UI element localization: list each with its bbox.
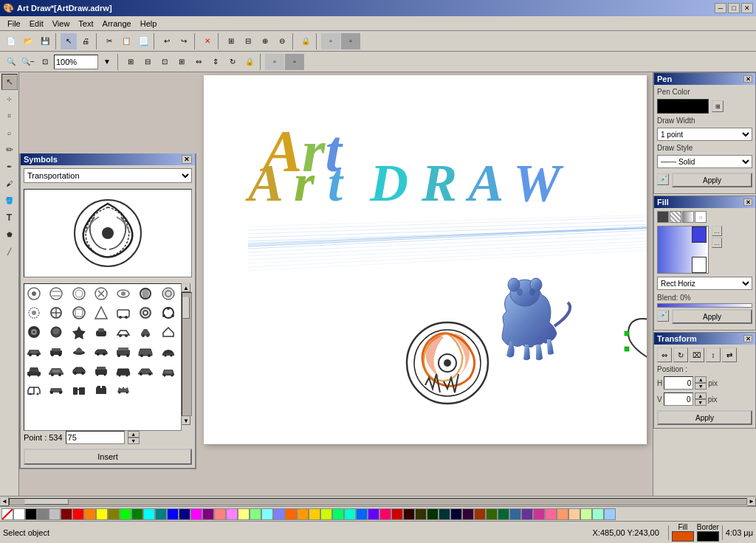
sym-22[interactable] <box>24 342 44 361</box>
zoom-dropdown[interactable]: ▼ <box>99 54 115 70</box>
menu-view[interactable]: View <box>48 18 75 30</box>
color-swatch[interactable] <box>450 508 462 520</box>
redo-button[interactable]: ↪ <box>176 33 192 49</box>
color-swatch[interactable] <box>155 508 167 520</box>
symbols-close-button[interactable]: ✕ <box>182 155 192 164</box>
color-swatch[interactable] <box>486 508 498 520</box>
zoom-out-button[interactable]: 🔍− <box>20 54 36 70</box>
fill-opt2[interactable]: … <box>712 238 722 248</box>
color-swatch[interactable] <box>344 508 356 520</box>
sym-36[interactable] <box>24 380 44 399</box>
open-button[interactable]: 📂 <box>20 33 36 49</box>
color-swatch[interactable] <box>415 508 427 520</box>
transform-skew-btn[interactable]: ⌧ <box>690 347 704 362</box>
sym-24[interactable] <box>69 342 89 361</box>
color-swatch[interactable] <box>214 508 226 520</box>
paste-button[interactable]: 📃 <box>135 33 151 49</box>
transform-flip-btn[interactable]: ↕ <box>706 347 721 362</box>
point-input[interactable] <box>66 431 125 444</box>
pen-tool[interactable]: ✒ <box>1 159 18 175</box>
sym-6[interactable] <box>136 284 155 303</box>
sym-12[interactable] <box>114 303 133 322</box>
sym-20[interactable] <box>136 322 155 342</box>
tb-extra2[interactable]: ▫ <box>341 33 360 49</box>
sym-27[interactable] <box>136 342 155 361</box>
select-tool[interactable]: ↖ <box>1 74 18 90</box>
color-swatch[interactable] <box>356 508 368 520</box>
color-swatch[interactable] <box>61 508 72 520</box>
grid-button[interactable]: ⊞ <box>223 33 239 49</box>
pencil-tool[interactable]: ✏ <box>1 142 18 158</box>
fill-solid-btn[interactable] <box>657 211 669 223</box>
close-button[interactable]: ✕ <box>741 3 753 13</box>
new-button[interactable]: 📄 <box>3 33 19 49</box>
color-swatch[interactable] <box>285 508 297 520</box>
sym-30[interactable] <box>47 361 66 380</box>
fill-pattern-btn[interactable] <box>670 211 681 223</box>
sym-31[interactable] <box>69 361 89 380</box>
color-swatch[interactable] <box>379 508 391 520</box>
sym-23[interactable] <box>47 342 66 361</box>
save-button[interactable]: 💾 <box>37 33 53 49</box>
fill-opt1[interactable]: … <box>712 226 722 236</box>
fill-close-button[interactable]: ✕ <box>743 198 752 206</box>
horizontal-scrollbar[interactable]: ◄ ► <box>0 496 756 506</box>
rotate-btn[interactable]: ↻ <box>224 54 241 70</box>
transform-apply-button[interactable]: Apply <box>657 410 752 425</box>
color-swatch[interactable] <box>498 508 509 520</box>
fill-none-btn[interactable]: ○ <box>695 211 707 223</box>
hscroll-right-btn[interactable]: ► <box>747 497 756 506</box>
sym-15[interactable] <box>24 322 44 342</box>
sym-17[interactable] <box>69 322 89 342</box>
lock2-btn[interactable]: 🔒 <box>241 54 258 70</box>
flip-h-btn[interactable]: ⇔ <box>190 54 207 70</box>
color-swatch[interactable] <box>332 508 344 520</box>
sym-26[interactable] <box>114 342 133 361</box>
sym-29[interactable] <box>24 361 44 380</box>
color-swatch[interactable] <box>521 508 533 520</box>
pen-close-button[interactable]: ✕ <box>743 75 752 83</box>
minimize-button[interactable]: ─ <box>715 3 726 13</box>
delete-button[interactable]: ✕ <box>199 33 216 49</box>
pen-apply-button[interactable]: Apply <box>672 173 752 187</box>
sym-19[interactable] <box>114 322 133 342</box>
v-spin-up[interactable]: ▲ <box>695 392 707 399</box>
spin-down[interactable]: ▼ <box>128 437 140 444</box>
sym-34[interactable] <box>136 361 155 380</box>
extra-btn2[interactable]: ▫ <box>285 54 304 70</box>
snap-button[interactable]: ⊟ <box>240 33 256 49</box>
draw-width-select[interactable]: 1 point 2 point 3 point <box>657 128 752 141</box>
sym-4[interactable] <box>92 284 111 303</box>
menu-edit[interactable]: Edit <box>25 18 48 30</box>
sym-3[interactable] <box>69 284 89 303</box>
fill-gradient-btn[interactable] <box>682 211 694 223</box>
hscroll-thumb[interactable] <box>24 499 69 505</box>
sym-37[interactable] <box>47 380 66 399</box>
color-swatch[interactable] <box>226 508 238 520</box>
sym-38[interactable] <box>69 380 89 399</box>
color-swatch[interactable] <box>545 508 557 520</box>
color-swatch[interactable] <box>592 508 604 520</box>
v-position-input[interactable] <box>664 392 693 406</box>
sym-33[interactable] <box>114 361 133 380</box>
zoom-in-button[interactable]: 🔍 <box>3 54 19 70</box>
sym-40[interactable] <box>114 380 133 399</box>
scroll-up-btn[interactable]: ▲ <box>182 283 190 292</box>
color-swatch[interactable] <box>320 508 332 520</box>
sym-13[interactable] <box>136 303 155 322</box>
symbols-category-dropdown[interactable]: Transportation Animals Nature People <box>24 168 192 183</box>
color-swatch[interactable] <box>202 508 214 520</box>
sym-8[interactable] <box>24 303 44 322</box>
h-spin-up[interactable]: ▲ <box>695 376 707 383</box>
sym-10[interactable] <box>69 303 89 322</box>
select-all-btn[interactable]: ⊞ <box>123 54 139 70</box>
insert-button[interactable]: Insert <box>24 449 192 465</box>
print-button[interactable]: 🖨 <box>78 33 94 49</box>
symbols-scrollbar[interactable]: ▲ ▼ <box>182 283 192 425</box>
sym-9[interactable] <box>47 303 66 322</box>
color-swatch[interactable] <box>462 508 474 520</box>
pen-eyedropper-btn[interactable]: 💉 <box>657 173 669 185</box>
sym-39[interactable] <box>92 380 111 399</box>
fill-color2-swatch[interactable] <box>692 257 707 273</box>
h-spinner[interactable]: ▲ ▼ <box>695 376 707 390</box>
